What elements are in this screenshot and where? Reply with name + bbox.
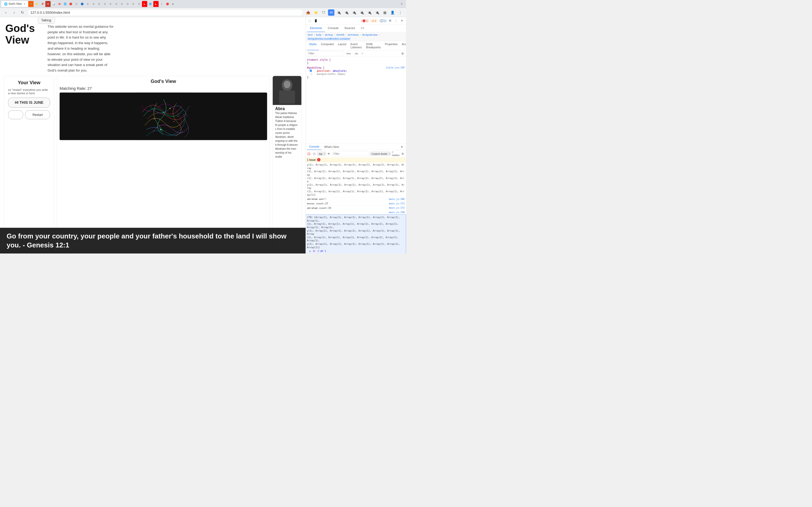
arrow-0[interactable]: ▶ bbox=[309, 249, 311, 252]
style-layout-button[interactable]: ⊞ bbox=[400, 52, 405, 56]
tab-15[interactable]: ⚙ bbox=[108, 1, 113, 7]
subtab-dom-breakpoints[interactable]: DOM Breakpoints bbox=[364, 41, 383, 50]
console-link-1[interactable]: main.js:166 bbox=[389, 197, 405, 201]
tab-4[interactable]: M bbox=[45, 1, 51, 7]
tab-sources[interactable]: Sources bbox=[342, 24, 358, 32]
tab-2[interactable]: ⭐ bbox=[34, 1, 39, 7]
breadcrumb-divgodsview[interactable]: div#godsView bbox=[361, 33, 378, 37]
tab-github[interactable]: 🐙 bbox=[57, 1, 62, 7]
tab-youtube2[interactable]: ▶ bbox=[153, 1, 159, 7]
devtools-header: ⬚ 📱 🔴 1 ⚠ 2 💬 1 ⚙ ⋮ ✕ bbox=[306, 17, 406, 24]
tab-5[interactable]: 📊 bbox=[51, 1, 56, 7]
arrow-1[interactable]: ▶ bbox=[309, 253, 311, 253]
tab-24[interactable]: A bbox=[159, 1, 164, 7]
console-text-abraham-count: abraham count:35 bbox=[307, 206, 388, 210]
close-devtools-button[interactable]: ✕ bbox=[399, 18, 405, 24]
breadcrumb-body[interactable]: body bbox=[315, 33, 322, 37]
tab-11[interactable]: ⚙ bbox=[85, 1, 90, 7]
subtab-layout[interactable]: Layout bbox=[336, 41, 349, 50]
eye-button[interactable]: 👁 bbox=[327, 151, 331, 156]
console-filter-input[interactable] bbox=[332, 151, 369, 156]
console-link-2[interactable]: main.js:171 bbox=[389, 202, 405, 205]
tab-16[interactable]: ⚙ bbox=[114, 1, 119, 7]
tab-10[interactable]: 🔵 bbox=[80, 1, 85, 7]
css-property-checkbox-2[interactable] bbox=[310, 73, 312, 75]
tab-25[interactable]: 🔴 bbox=[165, 1, 170, 7]
tab-youtube[interactable]: ▶ bbox=[142, 1, 147, 7]
css-file-link[interactable]: style.css:145 bbox=[386, 66, 405, 69]
breadcrumb-divleft[interactable]: div#left bbox=[336, 33, 345, 37]
extension2-icon[interactable]: 🔌 bbox=[343, 9, 350, 15]
tab-brave[interactable]: 🦁 bbox=[28, 1, 34, 7]
tab-9[interactable]: ⚙ bbox=[74, 1, 79, 7]
console-tab-console[interactable]: Console bbox=[307, 144, 322, 150]
sidebar-button[interactable]: ▦ bbox=[382, 9, 388, 15]
extensions-button[interactable]: 📤 bbox=[305, 9, 311, 15]
bookmark-button[interactable]: ⭐ bbox=[313, 9, 319, 15]
extension3-icon[interactable]: 🔌 bbox=[351, 9, 357, 15]
tab-14[interactable]: ⚙ bbox=[102, 1, 108, 7]
subtab-styles[interactable]: Styles bbox=[307, 41, 319, 50]
console-link-4[interactable]: main.js:158 bbox=[389, 211, 405, 214]
settings-button[interactable]: ⚙ bbox=[387, 18, 393, 24]
device-toolbar-button[interactable]: 📱 bbox=[313, 18, 319, 24]
small-button[interactable] bbox=[8, 110, 23, 119]
subtab-accessibility[interactable]: Accessibility bbox=[400, 41, 406, 50]
console-tab-whatsnew[interactable]: What's New bbox=[322, 144, 341, 150]
extension4-icon[interactable]: 🔌 bbox=[359, 9, 365, 15]
active-tab[interactable]: 🌐 God's View ✕ bbox=[1, 1, 28, 7]
restart-button[interactable]: Restart bbox=[25, 110, 50, 119]
tab-7[interactable]: 🌐 bbox=[62, 1, 68, 7]
breadcrumb-html[interactable]: html bbox=[307, 33, 313, 37]
close-console-button[interactable]: ✕ bbox=[399, 144, 405, 150]
custom-levels-select[interactable]: Custom levels bbox=[370, 152, 391, 156]
back-button[interactable]: ‹ bbox=[3, 9, 9, 15]
tab-extend[interactable]: ⇅ bbox=[399, 1, 404, 7]
extension5-icon[interactable]: 🔌 bbox=[366, 9, 373, 15]
tab-19[interactable]: ⚙ bbox=[131, 1, 136, 7]
add-style-button[interactable]: + bbox=[361, 52, 364, 55]
tab-13[interactable]: ⚙ bbox=[97, 1, 102, 7]
css-property-checkbox-1[interactable] bbox=[310, 69, 312, 71]
reload-button[interactable]: ↻ bbox=[19, 9, 26, 15]
user-input-display[interactable]: HI THIS IS JUNE bbox=[8, 98, 50, 108]
shield-icon[interactable]: 🛡 bbox=[320, 9, 327, 15]
tab-17[interactable]: ⚙ bbox=[119, 1, 124, 7]
tab-elements[interactable]: Elements bbox=[307, 24, 325, 32]
vertical-dots-button[interactable]: ⋮ bbox=[393, 18, 399, 24]
tab-12[interactable]: ⚙ bbox=[91, 1, 96, 7]
wallet-button[interactable]: 49 bbox=[328, 9, 335, 15]
profile-button[interactable]: 👤 bbox=[389, 9, 396, 15]
clear-console-button[interactable]: 🚫 bbox=[307, 151, 311, 156]
breadcrumb-current[interactable]: div#godsView.roundBorders.container bbox=[307, 37, 351, 40]
styles-filter-input[interactable] bbox=[307, 51, 344, 56]
new-tab-button[interactable]: + bbox=[170, 1, 175, 7]
subtab-properties[interactable]: Properties bbox=[383, 41, 400, 50]
tab-18[interactable]: ⚙ bbox=[125, 1, 130, 7]
console-settings-button[interactable]: ⚙ bbox=[401, 151, 405, 156]
tab-8[interactable]: 🔴 bbox=[68, 1, 73, 7]
extension6-icon[interactable]: 🔌 bbox=[374, 9, 380, 15]
svg-point-3 bbox=[159, 119, 160, 119]
breadcrumb-divviews[interactable]: div#views bbox=[347, 33, 359, 37]
console-level-select[interactable]: top bbox=[317, 152, 326, 156]
address-bar[interactable]: 127.0.0.1:5500/index.html bbox=[28, 9, 303, 15]
menu-button[interactable]: ⋮ bbox=[397, 9, 403, 15]
tab-20[interactable]: ⚙ bbox=[136, 1, 142, 7]
console-link-3[interactable]: main.js:172 bbox=[389, 206, 405, 210]
preserve-log-button[interactable]: ⚪ bbox=[312, 151, 316, 156]
console-text-abraham-won: abraham won!! bbox=[307, 197, 388, 201]
breadcrumb-divtop[interactable]: div#top bbox=[324, 33, 334, 37]
subtab-computed[interactable]: Computed bbox=[319, 41, 336, 50]
tab-console[interactable]: Console bbox=[325, 24, 341, 32]
console-output[interactable]: y(1), Array(1), Array(1), Array(1), Arra… bbox=[306, 162, 406, 253]
cls-toggle[interactable]: .cls bbox=[353, 52, 359, 55]
tab-22[interactable]: 🌐 bbox=[148, 1, 153, 7]
extension1-icon[interactable]: 🔌 bbox=[336, 9, 342, 15]
hov-toggle[interactable]: :hov bbox=[345, 52, 352, 55]
subtab-event-listeners[interactable]: Event Listeners bbox=[348, 41, 364, 50]
tab-3[interactable]: 📌 bbox=[40, 1, 45, 7]
forward-button[interactable]: › bbox=[11, 9, 17, 15]
tab-more[interactable]: >> bbox=[358, 24, 367, 32]
inspect-element-button[interactable]: ⬚ bbox=[307, 18, 313, 24]
